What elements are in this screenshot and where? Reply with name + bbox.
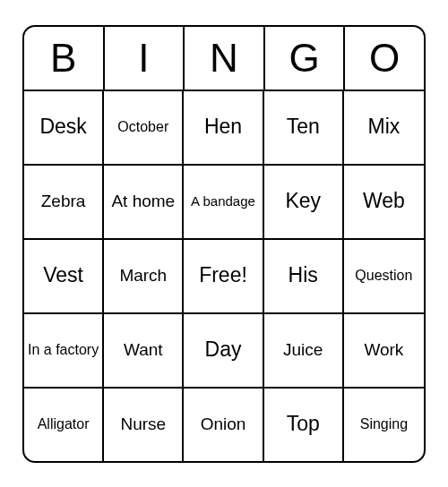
bingo-cell[interactable]: Alligator bbox=[24, 387, 104, 461]
bingo-cell[interactable]: In a factory bbox=[24, 312, 104, 387]
bingo-cell[interactable]: Key bbox=[264, 164, 344, 238]
bingo-cell[interactable]: At home bbox=[104, 164, 184, 238]
bingo-cell[interactable]: Zebra bbox=[24, 164, 104, 238]
header-n: N bbox=[185, 27, 265, 90]
bingo-cell[interactable]: Desk bbox=[24, 90, 104, 164]
bingo-card: B I N G O DeskOctoberHenTenMixZebraAt ho… bbox=[22, 25, 426, 463]
header-o: O bbox=[345, 27, 424, 90]
bingo-cell[interactable]: Free! bbox=[184, 238, 263, 312]
bingo-cell[interactable]: Question bbox=[344, 238, 424, 312]
bingo-cell[interactable]: Ten bbox=[264, 90, 344, 164]
bingo-cell[interactable]: Singing bbox=[344, 387, 424, 461]
bingo-cell[interactable]: Vest bbox=[24, 238, 104, 312]
bingo-cell[interactable]: Top bbox=[264, 387, 344, 461]
bingo-header-row: B I N G O bbox=[24, 27, 424, 90]
bingo-cell[interactable]: Day bbox=[184, 312, 263, 387]
bingo-cell[interactable]: A bandage bbox=[184, 164, 263, 238]
bingo-cell[interactable]: His bbox=[264, 238, 344, 312]
header-i: I bbox=[105, 27, 185, 90]
bingo-cell[interactable]: Want bbox=[104, 312, 184, 387]
bingo-grid: DeskOctoberHenTenMixZebraAt homeA bandag… bbox=[24, 90, 424, 461]
bingo-cell[interactable]: Web bbox=[344, 164, 424, 238]
bingo-cell[interactable]: Mix bbox=[344, 90, 424, 164]
bingo-cell[interactable]: Juice bbox=[264, 312, 344, 387]
bingo-cell[interactable]: Work bbox=[344, 312, 424, 387]
bingo-cell[interactable]: Onion bbox=[184, 387, 263, 461]
header-g: G bbox=[265, 27, 346, 90]
bingo-cell[interactable]: March bbox=[104, 238, 184, 312]
bingo-cell[interactable]: October bbox=[104, 90, 184, 164]
header-b: B bbox=[24, 27, 105, 90]
bingo-cell[interactable]: Hen bbox=[184, 90, 263, 164]
bingo-cell[interactable]: Nurse bbox=[104, 387, 184, 461]
